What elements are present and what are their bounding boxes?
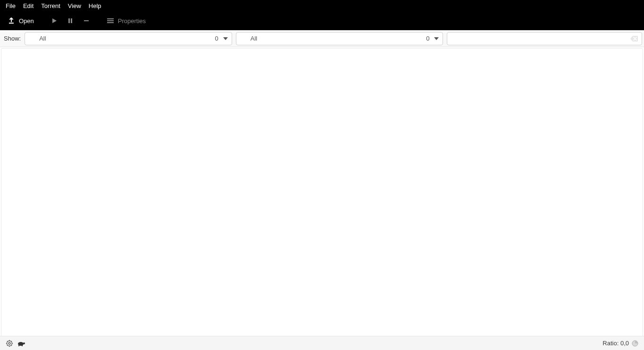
svg-point-18 xyxy=(23,342,25,344)
menu-help[interactable]: Help xyxy=(85,1,105,11)
svg-point-7 xyxy=(7,341,12,346)
remove-icon xyxy=(83,17,90,24)
tracker-filter-label: All xyxy=(251,35,426,42)
svg-line-13 xyxy=(7,341,8,341)
svg-rect-4 xyxy=(107,18,114,19)
svg-rect-6 xyxy=(107,22,114,23)
properties-button[interactable]: Properties xyxy=(103,16,150,26)
open-icon xyxy=(8,17,15,25)
menu-torrent[interactable]: Torrent xyxy=(37,1,64,11)
alt-speed-button[interactable] xyxy=(15,341,27,346)
list-icon xyxy=(107,17,114,24)
svg-rect-19 xyxy=(18,345,19,346)
torrent-list[interactable] xyxy=(1,48,643,337)
ratio-icon xyxy=(632,340,638,347)
open-button[interactable]: Open xyxy=(4,15,38,26)
svg-rect-20 xyxy=(22,345,23,346)
toolbar: Open xyxy=(0,11,644,30)
svg-line-15 xyxy=(7,345,8,345)
play-icon xyxy=(51,17,58,24)
status-filter-count: 0 xyxy=(215,35,218,42)
clear-search-icon[interactable] xyxy=(628,35,640,42)
svg-line-16 xyxy=(11,341,12,341)
tracker-filter-dropdown[interactable]: All 0 xyxy=(236,32,443,45)
start-button[interactable] xyxy=(47,16,61,26)
show-label: Show: xyxy=(2,35,21,42)
menubar: File Edit Torrent View Help xyxy=(0,0,644,11)
svg-line-14 xyxy=(11,345,12,345)
svg-rect-1 xyxy=(68,18,70,23)
svg-point-17 xyxy=(18,342,24,346)
pause-button[interactable] xyxy=(63,16,77,26)
chevron-down-icon xyxy=(223,37,228,40)
search-input[interactable] xyxy=(451,34,628,42)
filterbar: Show: All 0 All 0 xyxy=(0,30,644,47)
statusbar: Ratio: 0,0 xyxy=(0,336,644,350)
remove-button[interactable] xyxy=(79,16,93,26)
search-box[interactable] xyxy=(447,32,642,45)
svg-rect-2 xyxy=(71,18,72,23)
svg-rect-3 xyxy=(84,20,89,21)
ratio-label: Ratio: 0,0 xyxy=(602,340,629,347)
menu-file[interactable]: File xyxy=(2,1,19,11)
ratio-display[interactable]: Ratio: 0,0 xyxy=(601,340,640,347)
settings-button[interactable] xyxy=(4,340,15,347)
menu-view[interactable]: View xyxy=(64,1,85,11)
gear-icon xyxy=(6,340,13,347)
svg-rect-0 xyxy=(9,23,14,24)
properties-label: Properties xyxy=(118,17,146,25)
chevron-down-icon xyxy=(434,37,439,40)
tracker-filter-count: 0 xyxy=(426,35,429,42)
status-filter-label: All xyxy=(39,35,215,42)
open-label: Open xyxy=(19,17,34,25)
svg-rect-5 xyxy=(107,20,114,21)
svg-point-8 xyxy=(8,342,10,344)
topbar: File Edit Torrent View Help Open xyxy=(0,0,644,30)
pause-icon xyxy=(67,17,74,24)
status-filter-dropdown[interactable]: All 0 xyxy=(25,32,232,45)
turtle-icon xyxy=(17,341,25,346)
menu-edit[interactable]: Edit xyxy=(19,1,37,11)
